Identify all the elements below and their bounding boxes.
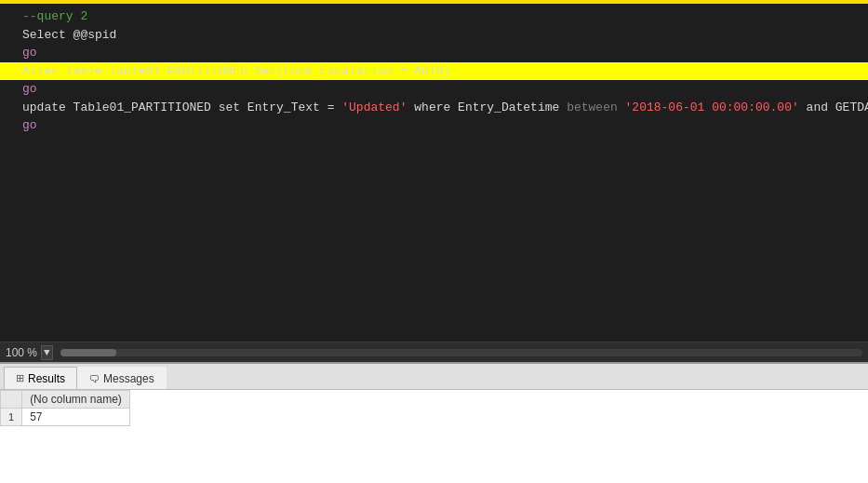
line-content: go bbox=[19, 44, 861, 62]
zoom-dropdown[interactable]: ▼ bbox=[41, 345, 53, 360]
scrollbar-thumb bbox=[60, 349, 116, 356]
tab-label-results: Results bbox=[28, 372, 65, 385]
tab-messages[interactable]: 🗨Messages bbox=[77, 367, 167, 389]
results-tabs: ⊞Results🗨Messages bbox=[0, 364, 868, 390]
table-cell: 57 bbox=[22, 409, 130, 426]
row-number: 1 bbox=[1, 409, 22, 426]
token: go bbox=[22, 82, 37, 96]
line-content: --query 2 bbox=[19, 7, 861, 26]
code-line: go bbox=[0, 44, 868, 62]
token: where Entry_Datetime bbox=[407, 101, 567, 114]
token: 'Updated' bbox=[341, 101, 407, 114]
horizontal-scrollbar[interactable] bbox=[60, 349, 862, 356]
line-content: Select @@spid bbox=[19, 26, 861, 45]
code-line: Select @@spid bbox=[0, 26, 868, 45]
line-content: update Table01_PARTITIONED set Entry_Tex… bbox=[19, 99, 868, 117]
token: '2018-06-01 00:00:00.00' bbox=[625, 101, 799, 114]
token: Alter Table Table01_PARTITIONED Set(Lock… bbox=[22, 64, 450, 78]
results-panel: ⊞Results🗨Messages (No column name)157 bbox=[0, 362, 868, 483]
tab-icon-messages: 🗨 bbox=[89, 373, 100, 384]
code-line: --query 2 bbox=[0, 7, 868, 26]
token: --query 2 bbox=[22, 9, 87, 23]
code-line: go bbox=[0, 116, 868, 135]
table-row: 157 bbox=[1, 409, 130, 426]
line-content: go bbox=[19, 80, 861, 99]
zoom-bar: 100 % ▼ bbox=[0, 342, 868, 362]
results-content[interactable]: (No column name)157 bbox=[0, 390, 868, 483]
line-content: go bbox=[19, 116, 861, 135]
table-header: (No column name) bbox=[22, 391, 130, 409]
tab-results[interactable]: ⊞Results bbox=[4, 367, 77, 389]
tab-icon-results: ⊞ bbox=[16, 372, 24, 384]
token bbox=[618, 101, 625, 114]
tab-label-messages: Messages bbox=[103, 372, 154, 385]
token: and GETDATE(); bbox=[799, 101, 868, 114]
token: go bbox=[22, 118, 37, 132]
results-table: (No column name)157 bbox=[0, 390, 130, 426]
code-line: go bbox=[0, 80, 868, 99]
line-content: Alter Table Table01_PARTITIONED Set(Lock… bbox=[19, 62, 861, 81]
zoom-label: 100 % bbox=[6, 346, 37, 359]
code-line: Alter Table Table01_PARTITIONED Set(Lock… bbox=[0, 62, 868, 81]
token: between bbox=[567, 101, 618, 114]
table-corner bbox=[1, 391, 22, 409]
code-line: update Table01_PARTITIONED set Entry_Tex… bbox=[0, 99, 868, 117]
token: go bbox=[22, 46, 37, 60]
code-editor[interactable]: --query 2Select @@spidgoAlter Table Tabl… bbox=[0, 4, 868, 342]
token: update Table01_PARTITIONED set Entry_Tex… bbox=[22, 101, 341, 114]
zoom-dropdown-arrow: ▼ bbox=[44, 347, 50, 358]
token: Select @@spid bbox=[22, 28, 116, 42]
